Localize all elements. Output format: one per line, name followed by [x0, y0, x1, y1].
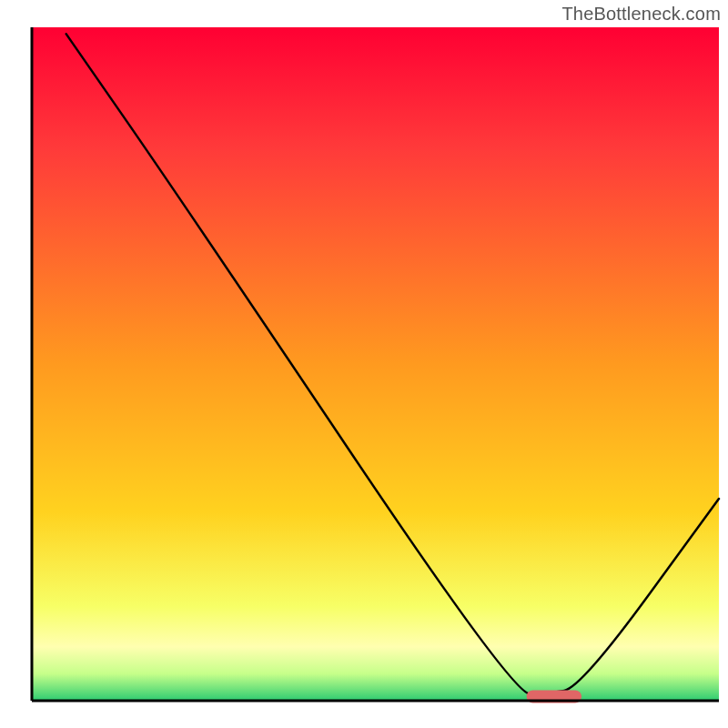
chart-container: TheBottleneck.com: [0, 0, 728, 728]
chart-svg: [0, 0, 728, 728]
gradient-background: [32, 27, 719, 701]
watermark-text: TheBottleneck.com: [561, 4, 721, 25]
